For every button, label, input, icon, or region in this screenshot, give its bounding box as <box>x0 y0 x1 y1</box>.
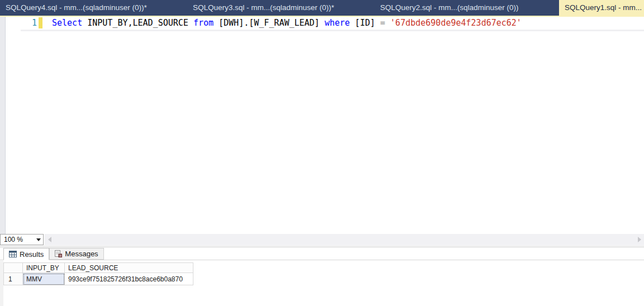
tab-sqlquery4[interactable]: SQLQuery4.sql - mm...(sqladminuser (0))* <box>0 0 187 16</box>
tab-messages-label: Messages <box>65 250 98 258</box>
sql-token-columns: INPUT_BY,LEAD_SOURCE <box>82 18 193 28</box>
column-header-lead-source[interactable]: LEAD_SOURCE <box>65 263 193 273</box>
document-tab-bar: SQLQuery4.sql - mm...(sqladminuser (0))*… <box>0 0 644 16</box>
scroll-right-icon[interactable] <box>634 234 644 245</box>
sql-statement[interactable]: Select INPUT_BY,LEAD_SOURCE from [DWH].[… <box>52 17 522 28</box>
sql-token-operator: = <box>380 18 390 28</box>
editor-bottom-bar: 100 % <box>0 234 644 246</box>
zoom-level-value: 100 % <box>1 236 34 243</box>
messages-icon <box>55 250 62 257</box>
tab-results[interactable]: Results <box>3 248 49 260</box>
sql-editor-surface[interactable]: 1 Select INPUT_BY,LEAD_SOURCE from [DWH]… <box>0 17 644 234</box>
scroll-left-icon[interactable] <box>45 234 54 245</box>
editor-horizontal-scrollbar[interactable] <box>45 234 644 245</box>
line-number: 1 <box>0 17 37 28</box>
tab-sqlquery2[interactable]: SQLQuery2.sql - mm...(sqladminuser (0)) <box>375 0 559 16</box>
grid-corner-header[interactable] <box>4 263 23 273</box>
editor-indicator-margin <box>0 17 6 234</box>
code-line-1: 1 Select INPUT_BY,LEAD_SOURCE from [DWH]… <box>0 17 644 28</box>
tab-results-label: Results <box>20 250 44 259</box>
sql-token-table: [DWH].[W_F_RAW_LEAD] <box>214 18 325 28</box>
grid-cell-lead-source[interactable]: 993ce9f751825726f31bc8ace6b0a870 <box>65 273 193 285</box>
tab-messages[interactable]: Messages <box>49 248 103 260</box>
change-tracking-bar <box>39 17 42 28</box>
sql-token-keyword: Select <box>52 18 82 28</box>
tab-sqlquery1-active[interactable]: SQLQuery1.sql - mm... <box>559 0 644 16</box>
sql-token-column: [ID] <box>350 18 380 28</box>
row-header-1[interactable]: 1 <box>4 273 23 285</box>
editor-line-shadow <box>21 30 644 31</box>
grid-cell-input-by[interactable]: MMV <box>23 273 65 285</box>
sql-token-keyword: where <box>325 18 350 28</box>
tab-sqlquery3[interactable]: SQLQuery3.sql - mm...(sqladminuser (0))* <box>187 0 375 16</box>
sql-token-string: '67dbde690de9e4f23d67ec62' <box>390 18 522 28</box>
column-header-input-by[interactable]: INPUT_BY <box>23 263 65 273</box>
results-grid: INPUT_BY LEAD_SOURCE 1 MMV 993ce9f751825… <box>3 262 193 285</box>
results-grid-icon <box>9 251 17 257</box>
zoom-level-dropdown[interactable]: 100 % <box>0 234 44 245</box>
results-tab-strip: Results Messages <box>0 248 644 260</box>
ssms-window: SQLQuery4.sql - mm...(sqladminuser (0))*… <box>0 0 644 306</box>
dropdown-arrow-icon[interactable] <box>34 238 43 241</box>
sql-token-keyword: from <box>193 18 214 28</box>
results-panel: Results Messages INPUT_BY LEAD_SOURCE <box>0 248 644 306</box>
